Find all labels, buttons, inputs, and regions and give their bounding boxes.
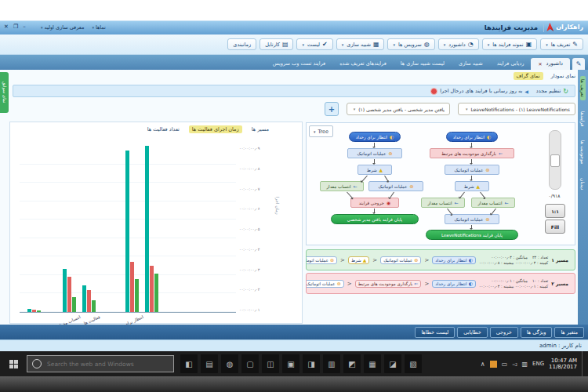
taskbar-app-icon[interactable]: ▥ bbox=[323, 354, 340, 373]
step-arrow: < bbox=[347, 281, 352, 287]
chart-view-link[interactable]: نمای نمودار bbox=[551, 73, 575, 79]
tab-variables[interactable]: متغیر ها bbox=[554, 327, 584, 338]
legend-tab-activity-count[interactable]: تعداد فعالیت ها bbox=[144, 125, 183, 133]
refresh-icon: ↻ bbox=[563, 88, 568, 95]
sidebar-item-definitions[interactable]: تعریف ها bbox=[580, 76, 586, 100]
history-view-tab[interactable]: نمای سوابق bbox=[0, 72, 9, 113]
close-icon[interactable]: ✕ bbox=[4, 24, 9, 30]
clock[interactable]: 10:47 AM 11/8/2017 bbox=[549, 358, 577, 370]
taskbar-app-icon[interactable]: ◩ bbox=[343, 354, 361, 373]
taskbar-apps: ◧ ▤ ◍ ▢ ◫ ▣ ◨ ▥ ◩ ▦ ◪ ▧ bbox=[180, 354, 422, 373]
y-tick-label: ۰۰:۰۰:۰۰٫۰۵ bbox=[239, 227, 274, 231]
dashboard-button[interactable]: ◔داشبورد bbox=[438, 38, 479, 50]
node-wait-event[interactable]: ◐انتظار برای رخداد bbox=[446, 132, 498, 142]
start-button[interactable] bbox=[0, 351, 27, 376]
node-assign-value[interactable]: ←انتساب مقدار bbox=[471, 198, 515, 208]
legend-tab-exec-time[interactable]: زمان اجرای فعالیت ها bbox=[189, 125, 242, 133]
restore-icon[interactable]: ❐ bbox=[13, 24, 18, 30]
tab-web-service-test[interactable]: فرایند تست وب سرویس bbox=[266, 58, 332, 70]
bar-teal bbox=[145, 146, 149, 312]
document-tabstrip: ✎ داشبورد✕ ردیابی فرایند شبیه سازی لیست … bbox=[0, 55, 588, 70]
sidebar-item-processes[interactable]: فرایندها bbox=[580, 108, 586, 129]
windows-logo-icon bbox=[9, 360, 18, 368]
taskbar-app-icon[interactable]: ▤ bbox=[201, 354, 218, 373]
tree-mode-dropdown[interactable]: Tree bbox=[309, 125, 333, 137]
add-process-button[interactable]: + bbox=[325, 102, 339, 116]
minimize-icon[interactable]: – bbox=[23, 24, 26, 30]
taskbar-app-icon[interactable]: ◧ bbox=[180, 354, 198, 373]
menu-views[interactable]: نماها bbox=[92, 24, 105, 31]
tab-dashboard[interactable]: داشبورد✕ bbox=[531, 58, 570, 70]
bar-red bbox=[130, 262, 134, 312]
network-icon[interactable]: ▥ bbox=[521, 361, 528, 368]
sidebar-item-watcher[interactable]: دیدبان bbox=[580, 175, 586, 193]
tray-expand-icon[interactable]: ∧ bbox=[481, 361, 485, 368]
step-wait-event[interactable]: ◐انتظار برای رخداد bbox=[432, 256, 476, 264]
taskbar-app-icon[interactable]: ▣ bbox=[282, 354, 299, 373]
sidebar-item-entities[interactable]: موجودیت ها bbox=[580, 137, 586, 167]
graph-view-link[interactable]: نمای گراف bbox=[514, 72, 543, 80]
fill-button[interactable]: Fill bbox=[545, 220, 565, 234]
taskbar-app-icon[interactable]: ▢ bbox=[241, 354, 259, 373]
legend-tab-paths[interactable]: مسیر ها bbox=[249, 125, 272, 133]
step-auto-operation[interactable]: ⊛عملیات اتوماتیک bbox=[306, 256, 337, 264]
cartable-button[interactable]: ▤کارتابل bbox=[260, 38, 293, 50]
process-select[interactable]: LeaveNotifications - (۱) LeaveNotificati… bbox=[458, 103, 575, 115]
step-condition[interactable]: ▲شرط bbox=[348, 256, 369, 264]
tab-defined-processes[interactable]: فرایندهای تعریف شده bbox=[332, 58, 394, 70]
services-button[interactable]: ◍سرویس ها bbox=[387, 38, 434, 50]
process-instances-button[interactable]: ▣نمونه فرایند ها bbox=[482, 38, 538, 50]
node-process-output[interactable]: ◉خروجی فرایند bbox=[350, 198, 399, 208]
user-label: نام کاربر : admin bbox=[539, 343, 582, 349]
step-auto-operation[interactable]: ⊛عملیات اتوماتیک bbox=[306, 280, 344, 288]
menu-initial-setup[interactable]: معرفی سازی اولیه bbox=[41, 24, 84, 31]
tab-process-tracking[interactable]: ردیابی فرایند bbox=[490, 58, 532, 70]
simulation-button[interactable]: ▦شبیه سازی bbox=[336, 38, 385, 50]
tab-simulation[interactable]: شبیه سازی bbox=[452, 58, 490, 70]
node-assign-value[interactable]: ←انتساب مقدار bbox=[320, 181, 364, 191]
reset-button[interactable]: ↻ تنظیم مجدد bbox=[536, 88, 568, 95]
language-indicator[interactable]: ENG bbox=[532, 361, 544, 367]
zoom-value: ۰/۹۱۸ bbox=[543, 193, 566, 198]
taskbar-search[interactable] bbox=[27, 355, 174, 372]
taskbar-app-icon[interactable]: ◫ bbox=[262, 354, 279, 373]
list-button[interactable]: ✔لیست bbox=[296, 38, 332, 50]
scheduling-button[interactable]: زمانبندی bbox=[227, 38, 256, 50]
taskbar-app-icon[interactable]: ▦ bbox=[364, 354, 381, 373]
taskbar-app-icon[interactable]: ▧ bbox=[405, 354, 422, 373]
bar-teal bbox=[82, 285, 86, 312]
taskbar-app-icon[interactable]: ◪ bbox=[384, 354, 401, 373]
tab-debugging[interactable]: خطایابی bbox=[457, 327, 487, 338]
tab-error-list[interactable]: لیست خطاها bbox=[415, 327, 455, 338]
brand: راهکاران bbox=[546, 23, 583, 31]
node-auto-operation[interactable]: ⊛عملیات اتوماتیک bbox=[368, 181, 423, 191]
node-wait-event[interactable]: ◐انتظار برای رخداد bbox=[349, 132, 401, 142]
pencil-icon: ✎ bbox=[572, 42, 578, 48]
step-load-entities[interactable]: ⇐بارگذاری موجودیت های مرتبط bbox=[355, 280, 422, 288]
step-arrow: < bbox=[372, 257, 377, 263]
step-wait-event[interactable]: ◐انتظار برای رخداد bbox=[432, 280, 476, 288]
taskbar-app-icon[interactable]: ◨ bbox=[303, 354, 320, 373]
subprocess-select[interactable]: یافتن مدیر شخصی - یافتن مدیر شخصی (۱) bbox=[347, 103, 450, 115]
edit-tab-icon[interactable]: ✎ bbox=[572, 58, 585, 70]
definitions-button[interactable]: ✎تعریف ها bbox=[540, 38, 583, 50]
tray-app-icon[interactable] bbox=[490, 361, 497, 368]
step-auto-operation[interactable]: ⊛عملیات اتوماتیک bbox=[380, 256, 421, 264]
path-row-1[interactable]: مسیر ۱ تعداد : ۲۴میانگین : ۰۰:۰۰:۰۰٫۰۴ ک… bbox=[306, 249, 575, 270]
tab-simulation-list[interactable]: لیست شبیه سازی ها bbox=[394, 58, 452, 70]
monitor-icon[interactable]: ▭ bbox=[502, 361, 508, 368]
y-axis-ticks: ۰۰:۰۰:۰۰٫۰۹۰۰:۰۰:۰۰٫۰۸۰۰:۰۰:۰۰٫۰۷۰۰:۰۰:۰… bbox=[239, 146, 274, 312]
bar-group: انتساب مقدار bbox=[63, 269, 76, 312]
search-input[interactable] bbox=[45, 360, 169, 368]
taskbar-app-icon[interactable]: ◍ bbox=[221, 354, 238, 373]
zoom-slider[interactable] bbox=[549, 130, 561, 190]
path-row-2[interactable]: مسیر ۲ تعداد : ۱۰میانگین : ۰۰:۰۰:۰۰٫۰۱ ک… bbox=[306, 273, 575, 294]
tab-properties[interactable]: ویژگی ها bbox=[521, 327, 553, 338]
live-update-toggle[interactable]: ◀ به روز رسانی با فرایند های درحال اجرا bbox=[430, 88, 528, 95]
volume-icon[interactable]: ◅ bbox=[512, 361, 517, 368]
one-to-one-button[interactable]: ۱:۱ bbox=[545, 204, 565, 218]
tab-output[interactable]: خروجی bbox=[490, 327, 518, 338]
show-desktop-button[interactable] bbox=[582, 351, 585, 376]
zoom-slider-handle[interactable] bbox=[550, 154, 560, 167]
close-tab-icon[interactable]: ✕ bbox=[538, 61, 542, 67]
